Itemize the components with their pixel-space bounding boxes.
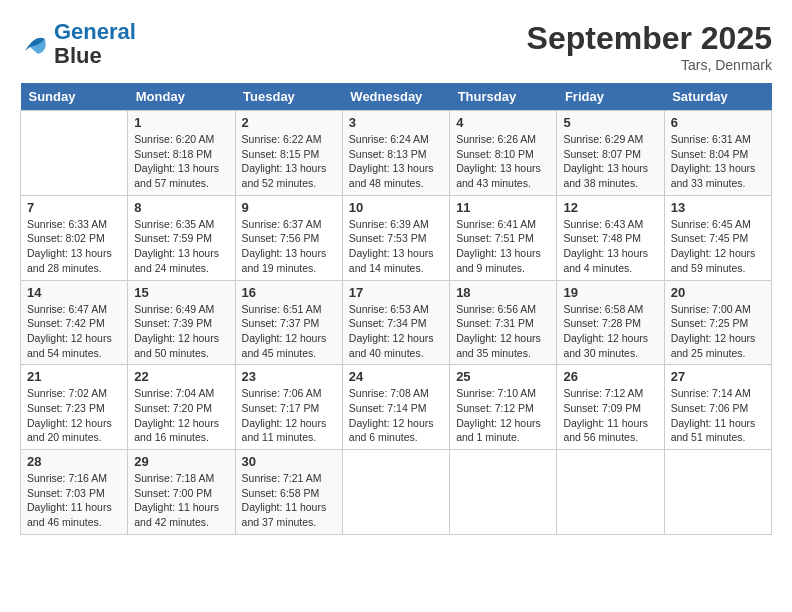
- day-info: Sunrise: 6:37 AM Sunset: 7:56 PM Dayligh…: [242, 217, 336, 276]
- day-number: 22: [134, 369, 228, 384]
- day-info: Sunrise: 7:21 AM Sunset: 6:58 PM Dayligh…: [242, 471, 336, 530]
- page-header: GeneralBlue September 2025 Tars, Denmark: [20, 20, 772, 73]
- calendar-cell: 6Sunrise: 6:31 AM Sunset: 8:04 PM Daylig…: [664, 111, 771, 196]
- calendar-cell: 2Sunrise: 6:22 AM Sunset: 8:15 PM Daylig…: [235, 111, 342, 196]
- day-number: 2: [242, 115, 336, 130]
- calendar-cell: [342, 450, 449, 535]
- col-header-sunday: Sunday: [21, 83, 128, 111]
- calendar-cell: 28Sunrise: 7:16 AM Sunset: 7:03 PM Dayli…: [21, 450, 128, 535]
- day-number: 3: [349, 115, 443, 130]
- calendar-cell: 10Sunrise: 6:39 AM Sunset: 7:53 PM Dayli…: [342, 195, 449, 280]
- day-number: 6: [671, 115, 765, 130]
- day-number: 20: [671, 285, 765, 300]
- logo-icon: [20, 29, 50, 59]
- col-header-friday: Friday: [557, 83, 664, 111]
- day-info: Sunrise: 6:53 AM Sunset: 7:34 PM Dayligh…: [349, 302, 443, 361]
- day-info: Sunrise: 6:33 AM Sunset: 8:02 PM Dayligh…: [27, 217, 121, 276]
- calendar-cell: 29Sunrise: 7:18 AM Sunset: 7:00 PM Dayli…: [128, 450, 235, 535]
- calendar-cell: 23Sunrise: 7:06 AM Sunset: 7:17 PM Dayli…: [235, 365, 342, 450]
- calendar-cell: 26Sunrise: 7:12 AM Sunset: 7:09 PM Dayli…: [557, 365, 664, 450]
- day-info: Sunrise: 7:06 AM Sunset: 7:17 PM Dayligh…: [242, 386, 336, 445]
- day-info: Sunrise: 6:26 AM Sunset: 8:10 PM Dayligh…: [456, 132, 550, 191]
- calendar-cell: 13Sunrise: 6:45 AM Sunset: 7:45 PM Dayli…: [664, 195, 771, 280]
- week-row-5: 28Sunrise: 7:16 AM Sunset: 7:03 PM Dayli…: [21, 450, 772, 535]
- day-info: Sunrise: 7:04 AM Sunset: 7:20 PM Dayligh…: [134, 386, 228, 445]
- day-info: Sunrise: 6:58 AM Sunset: 7:28 PM Dayligh…: [563, 302, 657, 361]
- calendar-table: SundayMondayTuesdayWednesdayThursdayFrid…: [20, 83, 772, 535]
- day-info: Sunrise: 7:12 AM Sunset: 7:09 PM Dayligh…: [563, 386, 657, 445]
- day-info: Sunrise: 7:02 AM Sunset: 7:23 PM Dayligh…: [27, 386, 121, 445]
- day-number: 27: [671, 369, 765, 384]
- day-number: 7: [27, 200, 121, 215]
- calendar-cell: 14Sunrise: 6:47 AM Sunset: 7:42 PM Dayli…: [21, 280, 128, 365]
- day-number: 8: [134, 200, 228, 215]
- location: Tars, Denmark: [527, 57, 772, 73]
- day-info: Sunrise: 7:00 AM Sunset: 7:25 PM Dayligh…: [671, 302, 765, 361]
- calendar-cell: 12Sunrise: 6:43 AM Sunset: 7:48 PM Dayli…: [557, 195, 664, 280]
- day-info: Sunrise: 6:22 AM Sunset: 8:15 PM Dayligh…: [242, 132, 336, 191]
- day-number: 5: [563, 115, 657, 130]
- calendar-cell: 25Sunrise: 7:10 AM Sunset: 7:12 PM Dayli…: [450, 365, 557, 450]
- day-number: 24: [349, 369, 443, 384]
- day-number: 28: [27, 454, 121, 469]
- calendar-cell: 27Sunrise: 7:14 AM Sunset: 7:06 PM Dayli…: [664, 365, 771, 450]
- day-info: Sunrise: 6:31 AM Sunset: 8:04 PM Dayligh…: [671, 132, 765, 191]
- day-number: 12: [563, 200, 657, 215]
- calendar-cell: 22Sunrise: 7:04 AM Sunset: 7:20 PM Dayli…: [128, 365, 235, 450]
- week-row-4: 21Sunrise: 7:02 AM Sunset: 7:23 PM Dayli…: [21, 365, 772, 450]
- day-number: 21: [27, 369, 121, 384]
- day-info: Sunrise: 6:24 AM Sunset: 8:13 PM Dayligh…: [349, 132, 443, 191]
- calendar-cell: 15Sunrise: 6:49 AM Sunset: 7:39 PM Dayli…: [128, 280, 235, 365]
- calendar-cell: 16Sunrise: 6:51 AM Sunset: 7:37 PM Dayli…: [235, 280, 342, 365]
- day-info: Sunrise: 6:20 AM Sunset: 8:18 PM Dayligh…: [134, 132, 228, 191]
- day-info: Sunrise: 7:16 AM Sunset: 7:03 PM Dayligh…: [27, 471, 121, 530]
- calendar-cell: 30Sunrise: 7:21 AM Sunset: 6:58 PM Dayli…: [235, 450, 342, 535]
- calendar-cell: 4Sunrise: 6:26 AM Sunset: 8:10 PM Daylig…: [450, 111, 557, 196]
- day-number: 26: [563, 369, 657, 384]
- col-header-wednesday: Wednesday: [342, 83, 449, 111]
- week-row-1: 1Sunrise: 6:20 AM Sunset: 8:18 PM Daylig…: [21, 111, 772, 196]
- day-number: 29: [134, 454, 228, 469]
- day-info: Sunrise: 6:29 AM Sunset: 8:07 PM Dayligh…: [563, 132, 657, 191]
- day-number: 15: [134, 285, 228, 300]
- calendar-cell: 21Sunrise: 7:02 AM Sunset: 7:23 PM Dayli…: [21, 365, 128, 450]
- calendar-cell: 3Sunrise: 6:24 AM Sunset: 8:13 PM Daylig…: [342, 111, 449, 196]
- col-header-saturday: Saturday: [664, 83, 771, 111]
- day-number: 11: [456, 200, 550, 215]
- day-number: 13: [671, 200, 765, 215]
- calendar-cell: 1Sunrise: 6:20 AM Sunset: 8:18 PM Daylig…: [128, 111, 235, 196]
- calendar-cell: [557, 450, 664, 535]
- day-info: Sunrise: 6:49 AM Sunset: 7:39 PM Dayligh…: [134, 302, 228, 361]
- calendar-cell: 19Sunrise: 6:58 AM Sunset: 7:28 PM Dayli…: [557, 280, 664, 365]
- day-number: 23: [242, 369, 336, 384]
- calendar-cell: [664, 450, 771, 535]
- day-number: 10: [349, 200, 443, 215]
- day-info: Sunrise: 7:10 AM Sunset: 7:12 PM Dayligh…: [456, 386, 550, 445]
- day-info: Sunrise: 6:51 AM Sunset: 7:37 PM Dayligh…: [242, 302, 336, 361]
- day-number: 17: [349, 285, 443, 300]
- day-number: 9: [242, 200, 336, 215]
- day-info: Sunrise: 6:35 AM Sunset: 7:59 PM Dayligh…: [134, 217, 228, 276]
- logo-text: GeneralBlue: [54, 20, 136, 68]
- day-number: 1: [134, 115, 228, 130]
- calendar-cell: 18Sunrise: 6:56 AM Sunset: 7:31 PM Dayli…: [450, 280, 557, 365]
- day-number: 18: [456, 285, 550, 300]
- col-header-monday: Monday: [128, 83, 235, 111]
- day-info: Sunrise: 6:43 AM Sunset: 7:48 PM Dayligh…: [563, 217, 657, 276]
- day-info: Sunrise: 7:14 AM Sunset: 7:06 PM Dayligh…: [671, 386, 765, 445]
- calendar-cell: 8Sunrise: 6:35 AM Sunset: 7:59 PM Daylig…: [128, 195, 235, 280]
- week-row-2: 7Sunrise: 6:33 AM Sunset: 8:02 PM Daylig…: [21, 195, 772, 280]
- day-number: 25: [456, 369, 550, 384]
- calendar-cell: 5Sunrise: 6:29 AM Sunset: 8:07 PM Daylig…: [557, 111, 664, 196]
- day-number: 30: [242, 454, 336, 469]
- calendar-cell: [21, 111, 128, 196]
- title-block: September 2025 Tars, Denmark: [527, 20, 772, 73]
- month-title: September 2025: [527, 20, 772, 57]
- day-info: Sunrise: 7:18 AM Sunset: 7:00 PM Dayligh…: [134, 471, 228, 530]
- header-row: SundayMondayTuesdayWednesdayThursdayFrid…: [21, 83, 772, 111]
- calendar-cell: 9Sunrise: 6:37 AM Sunset: 7:56 PM Daylig…: [235, 195, 342, 280]
- week-row-3: 14Sunrise: 6:47 AM Sunset: 7:42 PM Dayli…: [21, 280, 772, 365]
- day-number: 14: [27, 285, 121, 300]
- calendar-cell: 17Sunrise: 6:53 AM Sunset: 7:34 PM Dayli…: [342, 280, 449, 365]
- calendar-cell: 7Sunrise: 6:33 AM Sunset: 8:02 PM Daylig…: [21, 195, 128, 280]
